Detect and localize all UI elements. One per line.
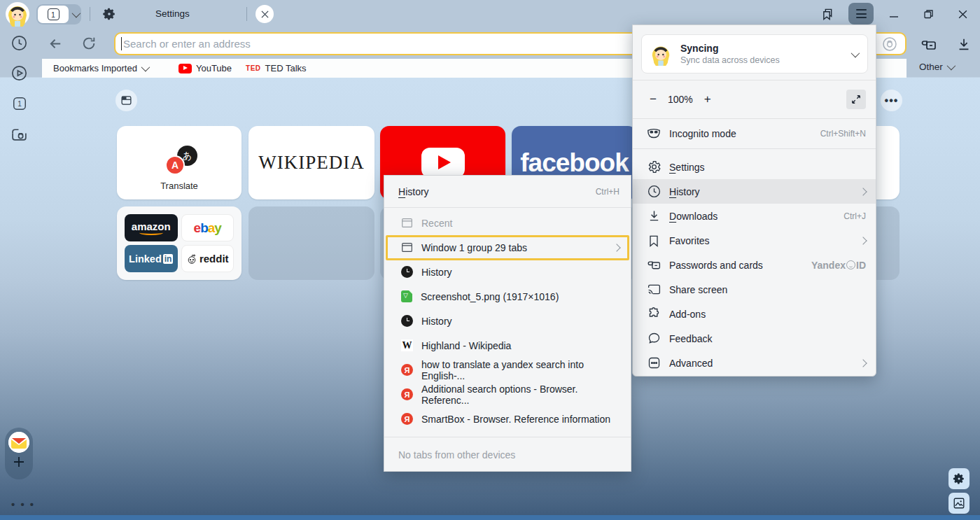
- folder-item-amazon[interactable]: amazon: [125, 214, 178, 241]
- downloads-other-dropdown[interactable]: Other: [919, 62, 953, 72]
- dial-more-button[interactable]: •••: [881, 90, 902, 111]
- folder-item-linkedin[interactable]: Linkedin: [125, 245, 178, 272]
- menu-item-addons[interactable]: Add-ons: [633, 302, 876, 326]
- no-other-devices-label: No tabs from other devices: [384, 442, 631, 461]
- ted-icon: TED: [246, 64, 261, 72]
- folder-item-reddit[interactable]: reddit: [181, 245, 234, 272]
- tab-count-icon: 1: [12, 96, 27, 111]
- yandex-favicon: Я: [401, 388, 413, 400]
- tab-close-button[interactable]: [255, 5, 274, 23]
- dial-wikipedia[interactable]: WIKIPEDIA: [248, 126, 374, 199]
- tab-group-pill[interactable]: 1: [36, 4, 81, 24]
- window-icon: [401, 217, 413, 229]
- avatar-icon: [5, 1, 30, 27]
- yandex-mail-button[interactable]: [8, 432, 29, 453]
- menu-item-downloads[interactable]: Downloads Ctrl+J: [633, 204, 876, 228]
- svg-text:1: 1: [18, 100, 22, 108]
- downloads-toolbar-button[interactable]: [956, 36, 972, 52]
- new-window-button[interactable]: [115, 90, 137, 111]
- submenu-item-yandex-search[interactable]: Я Additional search options - Browser. R…: [384, 382, 631, 407]
- bookmark-flag-icon: [647, 234, 661, 248]
- sidebar-more-button[interactable]: • • •: [11, 498, 35, 510]
- minimize-icon: [888, 8, 899, 20]
- submenu-item-screenshot[interactable]: Screenshot_5.png (1917×1016): [384, 284, 631, 309]
- reddit-alien-icon: [186, 253, 197, 265]
- submenu-item-history[interactable]: History: [384, 260, 631, 284]
- reload-button[interactable]: [81, 36, 97, 51]
- close-icon: [261, 10, 269, 18]
- passwords-toolbar-button[interactable]: [920, 36, 937, 53]
- image-file-icon: [401, 290, 412, 302]
- bookmarks-imported-folder[interactable]: Bookmarks Imported: [53, 63, 148, 73]
- window-close-button[interactable]: [952, 3, 973, 24]
- chevron-down-icon: [946, 62, 955, 71]
- dial-translate[interactable]: あ A Translate: [117, 126, 241, 199]
- sync-card[interactable]: Syncing Sync data across devices: [641, 34, 868, 73]
- submenu-item-yandex-search[interactable]: Я how to translate a yandex search into …: [384, 358, 631, 382]
- menu-item-share-screen[interactable]: Share screen: [633, 277, 876, 302]
- menu-item-history[interactable]: History: [633, 179, 876, 204]
- zoom-out-button[interactable]: −: [650, 92, 657, 106]
- browser-menu-button[interactable]: [848, 3, 874, 24]
- gear-icon: [647, 160, 662, 174]
- maximize-icon: [923, 8, 934, 20]
- arrow-left-icon: [48, 36, 64, 52]
- expand-icon: [851, 94, 861, 104]
- sidebar-history-button[interactable]: [10, 34, 28, 52]
- play-circle-icon: [10, 64, 28, 82]
- minimize-button[interactable]: [883, 3, 904, 24]
- translate-icon: あ A: [165, 146, 197, 175]
- submenu-item-yandex-search[interactable]: Я SmartBox - Browser. Reference informat…: [384, 407, 631, 431]
- submenu-item-history[interactable]: History: [384, 309, 631, 333]
- chevron-down-icon: [72, 9, 81, 18]
- dial-settings-button[interactable]: [948, 468, 969, 489]
- menu-item-passwords[interactable]: Passwords and cards YandexID: [633, 253, 876, 277]
- bookmark-ted-talks[interactable]: TEDTED Talks: [246, 63, 307, 73]
- reload-icon: [81, 36, 97, 51]
- menu-item-incognito[interactable]: Incognito mode Ctrl+Shift+N: [633, 118, 876, 148]
- dial-placeholder[interactable]: [248, 206, 374, 280]
- sidebar-media-button[interactable]: [10, 64, 28, 82]
- folder-item-ebay[interactable]: ebay: [181, 214, 234, 241]
- screenshot-camera-icon: [10, 126, 28, 143]
- dial-folder-shopping[interactable]: amazon ebay Linkedin reddit: [117, 206, 241, 280]
- back-button[interactable]: [48, 36, 64, 52]
- submenu-item-wikipedia[interactable]: W Highland - Wikipedia: [384, 333, 631, 358]
- chevron-right-icon: [859, 359, 867, 367]
- tab-title[interactable]: Settings: [155, 8, 190, 19]
- sidebar-tabs-button[interactable]: 1: [12, 96, 29, 113]
- menu-item-advanced[interactable]: Advanced: [633, 351, 876, 375]
- background-gallery-button[interactable]: [948, 493, 969, 514]
- menu-item-favorites[interactable]: Favorites: [633, 228, 876, 253]
- sync-subtitle: Sync data across devices: [680, 55, 780, 65]
- facebook-wordmark: facebook: [520, 148, 628, 178]
- bookmarks-panel-button[interactable]: [816, 3, 837, 24]
- screen-cast-icon: [647, 282, 662, 297]
- chat-bubble-icon: [647, 331, 662, 346]
- maximize-button[interactable]: [918, 3, 939, 24]
- zoom-controls: − 100% +: [633, 80, 876, 118]
- image-search-icon[interactable]: [881, 36, 898, 52]
- sidebar-screenshot-button[interactable]: [10, 126, 28, 143]
- zoom-level: 100%: [668, 94, 693, 105]
- profile-avatar[interactable]: [5, 1, 30, 27]
- gear-icon: [953, 472, 965, 485]
- chevron-right-icon: [859, 237, 867, 244]
- amazon-smile-icon: [139, 230, 163, 235]
- menu-item-settings[interactable]: Settings: [633, 155, 876, 179]
- window-icon: [401, 241, 413, 253]
- sidebar-add-button[interactable]: [12, 455, 26, 469]
- shortcut-label: Ctrl+H: [596, 187, 620, 197]
- bookmark-youtube[interactable]: YouTube: [178, 63, 232, 73]
- image-icon: [953, 497, 965, 510]
- fullscreen-button[interactable]: [846, 90, 866, 109]
- dial-label: Translate: [117, 181, 241, 191]
- clock-icon: [401, 315, 413, 327]
- tab-group-count[interactable]: 1: [38, 6, 69, 23]
- window-icon: [120, 94, 132, 106]
- clock-icon: [401, 266, 413, 278]
- menu-item-feedback[interactable]: Feedback: [633, 326, 876, 351]
- submenu-item-window-group[interactable]: Window 1 group 29 tabs: [384, 235, 631, 260]
- clock-icon: [10, 34, 28, 52]
- zoom-in-button[interactable]: +: [704, 92, 711, 106]
